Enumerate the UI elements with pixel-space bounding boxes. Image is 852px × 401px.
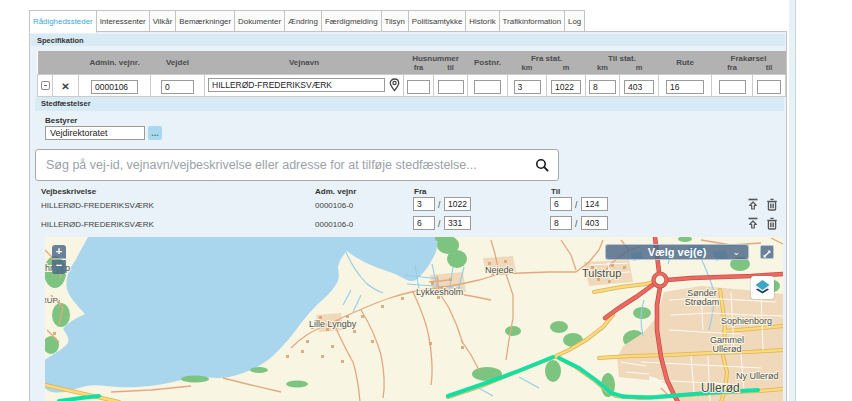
tab-trafikinformation[interactable]: Trafikinformation — [499, 10, 565, 32]
result-til-m-input[interactable] — [581, 216, 608, 230]
search-input[interactable] — [36, 158, 526, 172]
scroll-strip[interactable] — [789, 0, 796, 401]
separator: / — [438, 219, 440, 229]
result-til-km-input[interactable] — [550, 197, 572, 211]
select-road-label: Vælg vej(e) — [648, 246, 707, 258]
vejdel-input[interactable] — [161, 80, 194, 94]
zoom-out-button[interactable]: − — [52, 260, 66, 274]
result-til-m-input[interactable] — [581, 197, 608, 211]
result-fra-km-input[interactable] — [413, 197, 435, 211]
label-lille-lyngby: Lille Lyngby — [309, 319, 357, 329]
chevron-down-icon: ⌄ — [732, 245, 740, 259]
col-admin-vejnr: Admin. vejnr. — [79, 51, 151, 74]
section-stedfaestelser-label: Stedfæstelser — [41, 99, 91, 108]
tab-vilkaar[interactable]: Vilkår — [149, 10, 177, 32]
col-til-stat-km: km — [586, 63, 620, 74]
tab-log[interactable]: Log — [564, 10, 585, 32]
tab-faerdigmelding[interactable]: Færdigmelding — [321, 10, 382, 32]
col-til-stat: Til stat. — [586, 51, 659, 63]
label-ny-ulleroed: Ny Ullerød — [736, 371, 779, 381]
tab-aendring[interactable]: Ændring — [284, 10, 322, 32]
col-til-stat-m: m — [620, 63, 659, 74]
col-postnr: Postnr. — [468, 51, 508, 74]
specification-table: Admin. vejnr. Vejdel Vejnavn Husnummer P… — [37, 51, 786, 97]
layers-icon — [751, 276, 774, 299]
layers-button[interactable] — [751, 276, 774, 299]
tab-tilsyn[interactable]: Tilsyn — [381, 10, 409, 32]
result-adm-vejnr: 0000106-0 — [315, 220, 353, 229]
label-lykkesholm: Lykkesholm — [416, 287, 463, 297]
delete-stedfaestelse-icon[interactable] — [766, 198, 778, 211]
rute-input[interactable] — [666, 80, 704, 94]
tab-historik[interactable]: Historik — [465, 10, 499, 32]
bestyrer-label: Bestyrer — [45, 116, 77, 125]
col-fra-stat: Fra stat. — [508, 51, 586, 63]
zoom-to-row-icon[interactable] — [747, 198, 759, 211]
map-canvas: Nejede Tulstrup Lykkesholm Lille Lyngby … — [45, 237, 783, 401]
label-nejede: Nejede — [485, 265, 514, 275]
admin-vejnr-input[interactable] — [91, 80, 138, 94]
tab-raadighedssteder[interactable]: Rådighedssteder — [29, 10, 97, 33]
col-frakoersel-til: til — [753, 63, 786, 74]
col-frakoersel-fra: fra — [712, 63, 753, 74]
postnr-input[interactable] — [474, 80, 501, 94]
result-til-km-input[interactable] — [550, 216, 572, 230]
zoom-in-button[interactable]: + — [52, 245, 66, 259]
col-husnummer: Husnummer — [404, 51, 468, 63]
expand-icon — [761, 248, 773, 260]
map-pin-icon[interactable] — [389, 78, 400, 92]
zoom-to-row-icon[interactable] — [747, 217, 759, 230]
vejnavn-input[interactable] — [208, 78, 385, 92]
search-icon[interactable] — [526, 155, 558, 176]
select-road-dropdown[interactable]: Vælg vej(e) ⌄ — [605, 244, 749, 260]
frakoersel-fra-input[interactable] — [719, 80, 746, 94]
page: Rådighedssteder Interessenter Vilkår Bem… — [0, 0, 852, 401]
map[interactable]: Nejede Tulstrup Lykkesholm Lille Lyngby … — [45, 237, 783, 401]
delete-row-button[interactable]: ✕ — [61, 81, 69, 92]
delete-stedfaestelse-icon[interactable] — [766, 217, 778, 230]
result-fra-m-input[interactable] — [444, 216, 471, 230]
col-husnummer-fra: fra — [404, 63, 434, 74]
result-fra-km-input[interactable] — [413, 216, 435, 230]
col-fra: Fra — [414, 187, 426, 196]
col-vejbeskrivelse: Vejbeskrivelse — [41, 187, 96, 196]
col-rute: Rute — [659, 51, 712, 74]
husnummer-fra-input[interactable] — [407, 80, 430, 94]
content-panel: Specifikation Admin. vejnr. Vejdel Vejna… — [29, 31, 787, 401]
tab-dokumenter[interactable]: Dokumenter — [234, 10, 285, 32]
tab-bemaerkninger[interactable]: Bemærkninger — [175, 10, 235, 32]
col-adm-vejnr: Adm. vejnr — [315, 187, 356, 196]
result-adm-vejnr: 0000106-0 — [315, 201, 353, 210]
fra-stat-m-input[interactable] — [551, 80, 581, 94]
col-husnummer-til: til — [434, 63, 468, 74]
section-specifikation-label: Specifikation — [37, 36, 84, 45]
label-tulstrup: Tulstrup — [582, 267, 621, 279]
husnummer-til-input[interactable] — [438, 80, 464, 94]
result-vejbeskrivelse: HILLERØD-FREDERIKSVÆRK — [41, 220, 154, 229]
frakoersel-til-input[interactable] — [757, 80, 781, 94]
label-soender-stroedam: Strødam — [685, 297, 720, 307]
tab-politisamtykke[interactable]: Politisamtykke — [408, 10, 466, 32]
result-fra-m-input[interactable] — [444, 197, 471, 211]
bestyrer-input[interactable] — [45, 126, 145, 140]
result-vejbeskrivelse: HILLERØD-FREDERIKSVÆRK — [41, 201, 154, 210]
col-fra-stat-m: m — [547, 63, 586, 74]
til-stat-m-input[interactable] — [624, 80, 654, 94]
col-til: Til — [551, 187, 560, 196]
bestyrer-browse-button[interactable]: ... — [148, 126, 162, 140]
col-fra-stat-km: km — [508, 63, 547, 74]
col-vejdel: Vejdel — [151, 51, 205, 74]
label-fragment: RUP — [45, 296, 58, 305]
separator: / — [575, 200, 577, 210]
label-sophienborg: Sophienborg — [721, 316, 772, 326]
spec-row: ✕ — [38, 74, 786, 96]
til-stat-km-input[interactable] — [589, 80, 616, 94]
search-box — [35, 149, 559, 181]
section-stedfaestelser: Stedfæstelser — [35, 97, 784, 111]
fra-stat-km-input[interactable] — [514, 80, 541, 94]
tab-interessenter[interactable]: Interessenter — [96, 10, 150, 32]
collapse-row-button[interactable] — [41, 81, 50, 90]
section-specifikation: Specifikation — [31, 34, 785, 46]
tab-bar: Rådighedssteder Interessenter Vilkår Bem… — [29, 10, 585, 32]
expand-map-button[interactable] — [760, 245, 774, 259]
